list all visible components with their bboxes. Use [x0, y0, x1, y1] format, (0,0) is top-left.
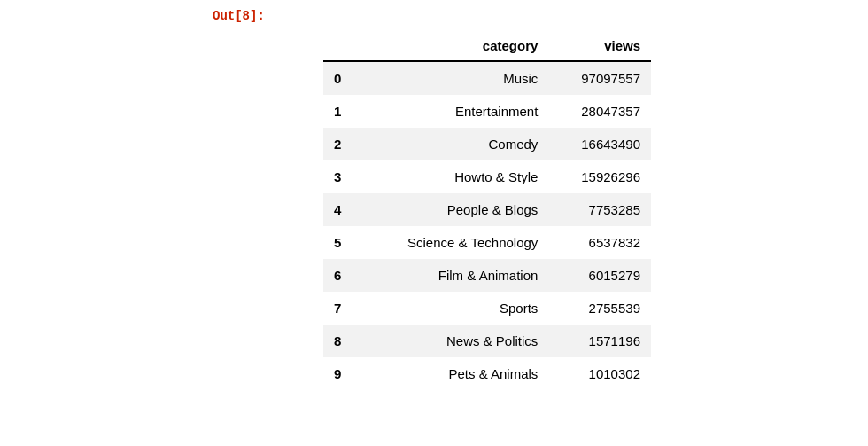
table-cell-category: Pets & Animals	[355, 357, 548, 390]
table-cell-index: 2	[323, 128, 355, 160]
table-cell-views: 28047357	[548, 95, 651, 128]
table-row: 0Music97097557	[323, 61, 651, 95]
table-cell-index: 5	[323, 226, 355, 259]
table-row: 5Science & Technology6537832	[323, 226, 651, 259]
col-views-header: views	[548, 31, 651, 61]
col-category-header: category	[355, 31, 548, 61]
table-cell-index: 3	[323, 160, 355, 193]
table-body: 0Music970975571Entertainment280473572Com…	[323, 61, 651, 390]
table-cell-views: 2755539	[548, 292, 651, 325]
table-cell-views: 6015279	[548, 259, 651, 292]
table-cell-views: 1010302	[548, 357, 651, 390]
table-row: 6Film & Animation6015279	[323, 259, 651, 292]
table-cell-index: 1	[323, 95, 355, 128]
output-label: Out[8]:	[213, 9, 265, 23]
table-cell-category: People & Blogs	[355, 193, 548, 226]
table-row: 8News & Politics1571196	[323, 325, 651, 357]
table-cell-category: News & Politics	[355, 325, 548, 357]
table-cell-category: Sports	[355, 292, 548, 325]
table-cell-index: 4	[323, 193, 355, 226]
table-cell-category: Music	[355, 61, 548, 95]
table-row: 2Comedy16643490	[323, 128, 651, 160]
table-cell-views: 1571196	[548, 325, 651, 357]
table-cell-views: 97097557	[548, 61, 651, 95]
table-cell-index: 6	[323, 259, 355, 292]
table-row: 9Pets & Animals1010302	[323, 357, 651, 390]
table-row: 1Entertainment28047357	[323, 95, 651, 128]
page-container: Out[8]: category views 0Music970975571En…	[0, 0, 868, 446]
table-wrapper: category views 0Music970975571Entertainm…	[323, 31, 651, 390]
table-cell-category: Film & Animation	[355, 259, 548, 292]
table-cell-category: Entertainment	[355, 95, 548, 128]
table-cell-category: Comedy	[355, 128, 548, 160]
table-cell-category: Howto & Style	[355, 160, 548, 193]
table-cell-category: Science & Technology	[355, 226, 548, 259]
table-cell-views: 7753285	[548, 193, 651, 226]
table-cell-index: 9	[323, 357, 355, 390]
col-index-header	[323, 31, 355, 61]
table-cell-index: 0	[323, 61, 355, 95]
table-header-row: category views	[323, 31, 651, 61]
table-cell-views: 6537832	[548, 226, 651, 259]
table-row: 4People & Blogs7753285	[323, 193, 651, 226]
table-row: 3Howto & Style15926296	[323, 160, 651, 193]
table-cell-views: 15926296	[548, 160, 651, 193]
table-cell-index: 7	[323, 292, 355, 325]
table-cell-views: 16643490	[548, 128, 651, 160]
table-cell-index: 8	[323, 325, 355, 357]
table-row: 7Sports2755539	[323, 292, 651, 325]
data-table: category views 0Music970975571Entertainm…	[323, 31, 651, 390]
